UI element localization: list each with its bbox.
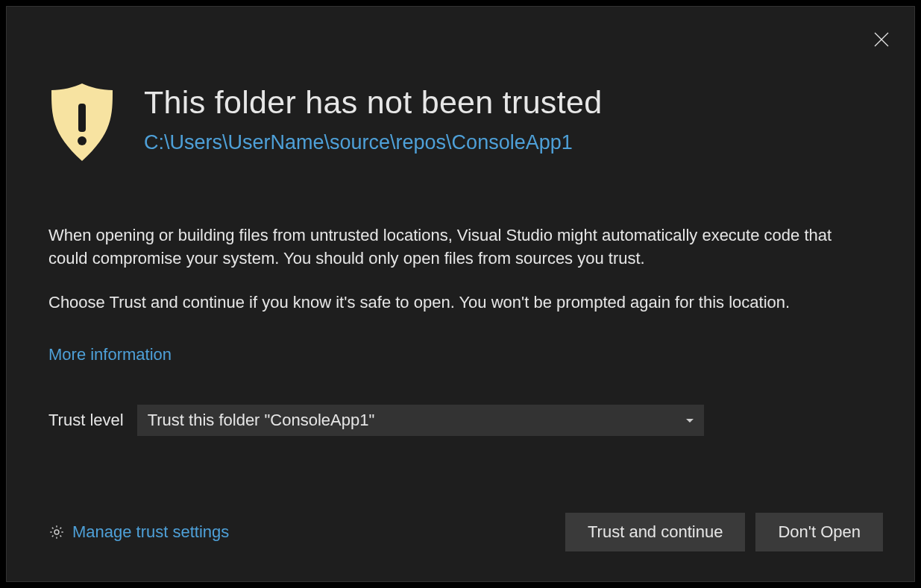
warning-description: When opening or building files from untr… bbox=[48, 224, 873, 271]
instruction-text: Choose Trust and continue if you know it… bbox=[48, 291, 873, 314]
svg-point-3 bbox=[78, 136, 87, 145]
action-buttons: Trust and continue Don't Open bbox=[565, 513, 883, 551]
chevron-down-icon bbox=[686, 419, 694, 423]
trust-level-selected-value: Trust this folder "ConsoleApp1" bbox=[148, 411, 375, 430]
svg-point-4 bbox=[54, 530, 59, 534]
shield-warning-icon bbox=[48, 81, 116, 163]
trust-and-continue-button[interactable]: Trust and continue bbox=[565, 513, 745, 551]
gear-icon bbox=[48, 524, 65, 540]
dialog-body: When opening or building files from untr… bbox=[7, 163, 914, 436]
folder-path: C:\Users\UserName\source\repos\ConsoleAp… bbox=[144, 131, 602, 154]
dialog-header: This folder has not been trusted C:\User… bbox=[7, 7, 914, 163]
manage-trust-settings-link[interactable]: Manage trust settings bbox=[48, 522, 229, 542]
close-icon bbox=[873, 31, 890, 48]
trust-level-select[interactable]: Trust this folder "ConsoleApp1" bbox=[137, 405, 704, 436]
close-button[interactable] bbox=[870, 28, 893, 51]
trust-level-label: Trust level bbox=[48, 411, 124, 430]
dialog-title: This folder has not been trusted bbox=[144, 84, 602, 121]
trust-level-row: Trust level Trust this folder "ConsoleAp… bbox=[48, 405, 873, 436]
trust-dialog: This folder has not been trusted C:\User… bbox=[6, 6, 915, 582]
dialog-footer: Manage trust settings Trust and continue… bbox=[48, 513, 883, 551]
more-information-link[interactable]: More information bbox=[48, 345, 172, 364]
manage-trust-settings-label: Manage trust settings bbox=[72, 522, 229, 542]
dont-open-button[interactable]: Don't Open bbox=[755, 513, 883, 551]
svg-rect-2 bbox=[78, 104, 86, 132]
